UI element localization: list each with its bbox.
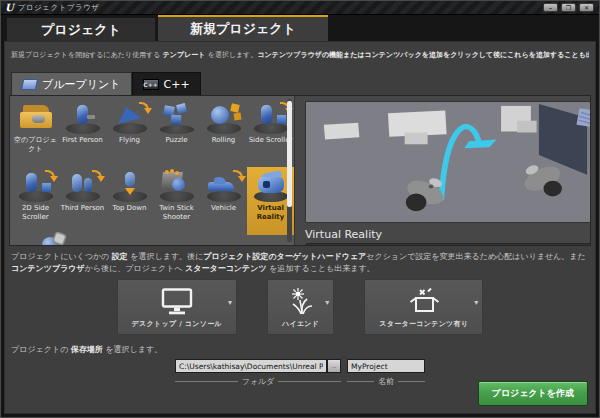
tab-new-project[interactable]: 新規プロジェクト [158,15,328,41]
template-flying[interactable]: Flying [106,99,153,167]
twin-stick-shooter-icon [156,170,198,202]
create-project-button[interactable]: プロジェクトを作成 [478,381,588,406]
tab-projects[interactable]: プロジェクト [6,17,156,41]
target-hardware-label: デスクトップ / コンソール [132,319,222,329]
empty-project-icon [15,102,57,134]
virtual-reality-icon [250,170,292,202]
starter-content-label: スターターコンテンツ有り [379,319,468,329]
template-grid-scrollbar[interactable] [287,99,292,242]
folder-label: フォルダ [175,376,341,387]
close-button[interactable]: ✕ [579,3,594,12]
minimize-button[interactable]: – [543,3,558,12]
2d-side-scroller-icon [15,170,57,202]
template-preview-pane: Virtual Reality Blueprint Virtual Realit… [295,96,591,245]
template-grid: 空のプロジェクト First Person Flying Puzzle [10,96,295,245]
graphics-quality-label: ハイエンド [282,319,319,329]
subtab-cpp[interactable]: C++ C++ [132,72,201,95]
starter-content-dropdown[interactable]: ▾ スターターコンテンツ有り [364,279,483,335]
maximize-button[interactable]: ❒ [561,3,576,12]
flying-icon [109,102,151,134]
window-title: プロジェクトブラウザ [18,3,100,13]
top-down-icon [109,170,151,202]
language-subtabs: ブループリント C++ C++ [11,72,595,95]
rolling-icon [203,102,245,134]
preview-title: Virtual Reality [305,228,591,241]
cpp-icon: C++ [143,79,159,90]
template-vehicle[interactable]: Vehicle [200,167,247,235]
project-settings-row: ▾ デスクトップ / コンソール [5,279,595,335]
template-rolling[interactable]: Rolling [200,99,247,167]
vehicle-icon [203,170,245,202]
template-empty-project[interactable]: 空のプロジェクト [12,99,59,167]
caret-down-icon: ▾ [325,298,329,307]
vr-scene-graphic [306,102,591,222]
preview-description-strip[interactable]: Blueprint Virtual Reality Template for D… [305,243,591,246]
sparkle-plant-icon [288,286,314,316]
folder-path-input[interactable] [175,359,327,373]
caret-down-icon: ▾ [474,298,478,307]
template-panel: 空のプロジェクト First Person Flying Puzzle [9,95,591,246]
monitor-icon [159,286,195,316]
template-top-down[interactable]: Top Down [106,167,153,235]
template-2d-side-scroller[interactable]: 2D Side Scroller [12,167,59,235]
puzzle-icon [156,102,198,134]
template-grid-scrollbar-thumb[interactable] [287,101,292,207]
vr-preview-image [305,101,591,223]
unreal-logo-icon: U [5,3,14,13]
title-bar[interactable]: U プロジェクトブラウザ – ❒ ✕ [1,1,599,15]
graphics-quality-dropdown[interactable]: ▾ ハイエンド [267,279,334,335]
subtab-cpp-label: C++ [164,78,190,91]
target-hardware-dropdown[interactable]: ▾ デスクトップ / コンソール [117,279,237,335]
subtab-blueprint-label: ブループリント [42,77,121,92]
tab-bar: プロジェクト 新規プロジェクト [1,15,599,41]
template-first-person[interactable]: First Person [59,99,106,167]
preview-description: Blueprint Virtual Reality Template for D… [310,244,591,246]
main-panel: 新規プロジェクトを開始するにあたり使用する テンプレート を選択します。コンテン… [4,41,596,414]
template-twin-stick-shooter[interactable]: Twin Stick Shooter [153,167,200,235]
open-box-icon [408,286,440,316]
settings-intro-text: プロジェクトにいくつかの 設定 を選択します。後にプロジェクト設定のターゲットハ… [11,251,589,274]
template-third-person[interactable]: Third Person [59,167,106,235]
third-person-icon [62,170,104,202]
name-field-group: 名前 [347,359,425,387]
first-person-icon [62,102,104,134]
folder-field-group: ... フォルダ [175,359,341,387]
name-label: 名前 [347,376,425,387]
save-location-text: プロジェクトの 保存場所 を選択します。 [11,344,589,355]
subtab-blueprint[interactable]: ブループリント [11,72,132,95]
browse-folder-button[interactable]: ... [327,359,341,373]
side-scroller-icon [250,102,292,134]
blueprint-icon [21,79,38,90]
caret-down-icon: ▾ [228,298,232,307]
template-intro-text: 新規プロジェクトを開始するにあたり使用する テンプレート を選択します。コンテン… [11,50,589,60]
project-name-input[interactable] [347,359,425,373]
template-puzzle[interactable]: Puzzle [153,99,200,167]
project-browser-window: U プロジェクトブラウザ – ❒ ✕ プロジェクト 新規プロジェクト 新規プロジ… [0,0,600,418]
